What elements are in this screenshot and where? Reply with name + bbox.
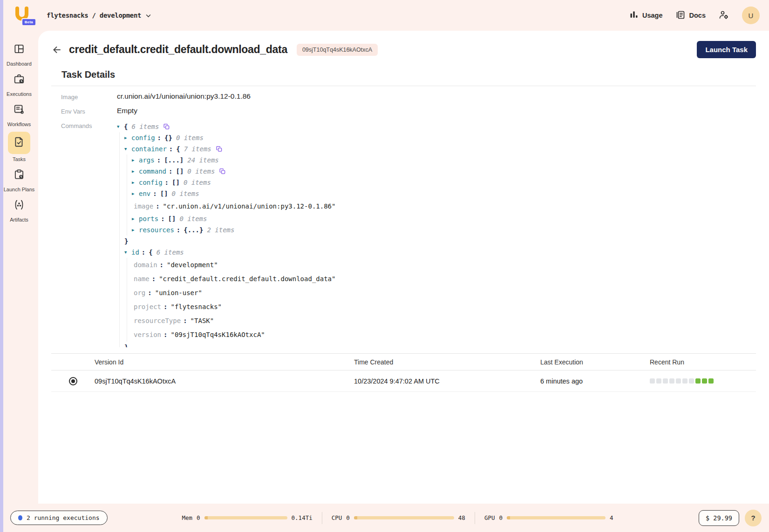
union-logo[interactable]: Beta [14,7,31,24]
env-vars-value: Empty [117,107,756,115]
json-colon: : [183,317,187,324]
field-image: Image cr.union.ai/v1/unionai/union:py3.1… [51,92,756,101]
expand-expand-arrow-icon[interactable]: ▶ [132,158,139,162]
version-radio[interactable] [69,377,77,385]
copy-icon[interactable] [216,146,222,152]
json-bracket: [...] [164,156,184,164]
json-item-count: 0 items [176,134,204,141]
last-execution-cell: 6 minutes ago [540,377,650,385]
json-colon: : [156,202,159,210]
executions-icon [13,73,25,87]
sidebar: Dashboard Executions [0,31,38,504]
json-item-count: 24 items [187,156,218,164]
copy-icon[interactable] [219,168,225,175]
json-key: image [134,202,153,210]
indent-guide [119,328,124,342]
json-colon: : [152,275,156,283]
gpu-min: 0 [499,514,503,521]
avatar[interactable]: U [742,7,760,24]
meter-divider [475,512,475,524]
usage-label: Usage [642,12,663,19]
json-bracket: { [176,145,180,153]
indent-guide [127,224,132,236]
run-empty-square [682,378,687,384]
json-tree-line: project:"flytesnacks" [117,300,756,314]
image-value: cr.union.ai/v1/unionai/union:py3.12-0.1.… [117,92,756,101]
json-item-count: 6 items [131,123,159,130]
back-button[interactable] [51,44,62,55]
json-key: name [134,275,150,283]
sidebar-item-executions[interactable]: Executions [1,71,37,97]
json-bracket: [] [176,168,184,175]
docs-icon [676,10,685,21]
expand-expand-arrow-icon[interactable]: ▶ [132,169,139,174]
sidebar-item-workflows[interactable]: Workflows [1,101,37,128]
beta-badge: Beta [21,18,36,26]
json-tree-line: version:"09sjT10qTq4sK16kAOtxcA" [117,328,756,342]
json-bracket: [] [172,179,180,186]
field-commands: Commands ▼{6 items▶config:{}0 items▼cont… [51,121,756,347]
indent-guide [119,314,124,328]
json-key: args [139,156,155,164]
expand-expand-arrow-icon[interactable]: ▶ [132,180,139,185]
version-id-cell: 09sjT10qTq4sK16kAOtxcA [95,377,354,385]
indent-guide [127,286,132,300]
json-item-count: 0 items [187,168,215,175]
topbar-right: Usage Docs [630,7,760,24]
json-bracket: [] [160,190,168,197]
cost-pill[interactable]: $ 29.99 [699,510,739,526]
json-key: resourceType [134,317,181,324]
user-settings-button[interactable] [719,10,729,21]
indent-guide [127,272,132,286]
json-tree-line: ▼container:{7 items [117,143,756,155]
copy-icon[interactable] [163,123,170,130]
indent-guide [119,258,124,272]
json-bracket: } [124,343,128,347]
indent-guide [127,300,132,314]
gpu-meter: GPU 0 4 [484,514,613,521]
run-success-square [708,378,714,384]
sidebar-item-artifacts[interactable]: Artifacts [1,197,37,223]
avatar-initial: U [749,12,754,20]
table-row[interactable]: 09sjT10qTq4sK16kAOtxcA 10/23/2024 9:47:0… [51,370,756,392]
sidebar-item-tasks[interactable]: Tasks [1,132,37,162]
json-key: version [134,331,161,338]
run-success-square [702,378,707,384]
json-colon: : [157,156,161,164]
indent-guide [119,188,124,199]
running-executions-pill[interactable]: 2 running executions [10,511,108,525]
json-key: config [139,179,163,186]
json-bracket: } [124,237,128,245]
expand-collapse-arrow-icon[interactable]: ▼ [117,124,124,129]
expand-expand-arrow-icon[interactable]: ▶ [132,228,139,232]
expand-expand-arrow-icon[interactable]: ▶ [124,135,131,140]
breadcrumb-label: flytesnacks / development [47,12,141,19]
json-key: ports [139,215,158,222]
json-bracket: { [124,123,128,130]
sidebar-item-launch-plans[interactable]: Launch Plans [1,167,37,193]
help-button[interactable]: ? [745,510,762,526]
breadcrumb[interactable]: flytesnacks / development [47,11,151,20]
indent-guide [127,166,132,177]
launch-task-button[interactable]: Launch Task [697,41,756,58]
expand-collapse-arrow-icon[interactable]: ▼ [124,250,131,255]
user-gear-icon [719,10,729,21]
chevron-down-icon [146,11,151,20]
json-value: "development" [167,261,218,269]
expand-expand-arrow-icon[interactable]: ▶ [132,216,139,221]
json-colon: : [160,261,163,269]
expand-expand-arrow-icon[interactable]: ▶ [132,191,139,196]
mem-bar [204,516,287,519]
indent-guide [119,224,124,236]
gpu-max: 4 [610,514,613,521]
field-label: Commands [51,121,117,129]
field-env-vars: Env Vars Empty [51,107,756,115]
docs-button[interactable]: Docs [676,10,706,21]
commands-json-tree: ▼{6 items▶config:{}0 items▼container:{7 … [117,121,756,347]
json-colon: : [163,303,167,310]
cpu-meter: CPU 0 48 [332,514,465,521]
sidebar-item-dashboard[interactable]: Dashboard [1,41,37,67]
json-key: org [134,289,145,296]
usage-button[interactable]: Usage [630,11,663,20]
expand-collapse-arrow-icon[interactable]: ▼ [124,147,131,151]
